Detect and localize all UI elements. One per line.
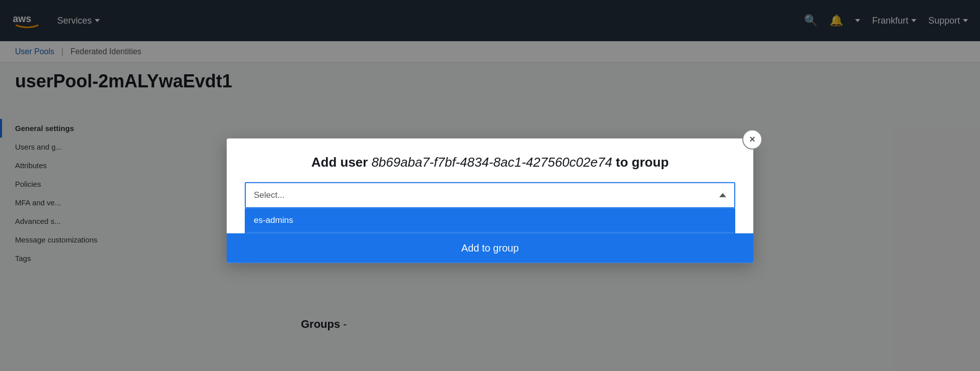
group-select-wrapper: Select... es-admins: [245, 182, 735, 233]
select-placeholder: Select...: [254, 190, 284, 200]
dropdown-item-es-admins[interactable]: es-admins: [246, 208, 734, 232]
group-dropdown-list: es-admins: [245, 208, 735, 233]
modal-footer: Add to group: [227, 233, 753, 263]
modal-title: Add user 8b69aba7-f7bf-4834-8ac1-427560c…: [245, 154, 735, 170]
modal-header: Add user 8b69aba7-f7bf-4834-8ac1-427560c…: [227, 138, 753, 182]
select-caret-up-icon: [719, 193, 726, 197]
add-user-to-group-modal: × Add user 8b69aba7-f7bf-4834-8ac1-42756…: [227, 138, 753, 263]
close-button[interactable]: ×: [742, 129, 762, 149]
modal-title-prefix: Add user: [311, 154, 372, 169]
modal-user-id: 8b69aba7-f7bf-4834-8ac1-427560c02e74: [372, 154, 612, 169]
group-select[interactable]: Select...: [245, 182, 735, 208]
modal-title-suffix: to group: [612, 154, 669, 169]
add-to-group-button[interactable]: Add to group: [227, 233, 753, 263]
